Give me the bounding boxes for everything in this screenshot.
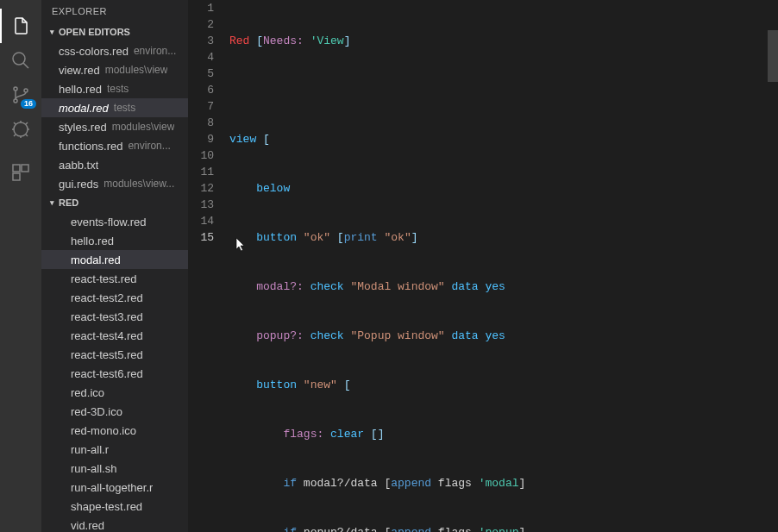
file-name: modal.red (71, 253, 121, 266)
folder-file-item[interactable]: react-test2.red (41, 288, 188, 307)
open-editor-item[interactable]: modal.redtests (41, 98, 188, 117)
sidebar-title: EXPLORER (41, 0, 188, 22)
folder-file-item[interactable]: react-test.red (41, 269, 188, 288)
line-number-gutter: 123456789101112131415 (188, 0, 229, 532)
folder-file-item[interactable]: react-test6.red (41, 364, 188, 383)
open-editor-item[interactable]: hello.redtests (41, 79, 188, 98)
file-name: functions.red (59, 140, 122, 153)
folder-file-item[interactable]: run-all.r (41, 440, 188, 459)
code-content[interactable]: Red [Needs: 'View] view [ below button "… (229, 0, 778, 532)
line-number: 12 (188, 180, 214, 197)
file-name: hello.red (71, 235, 114, 247)
section-folder[interactable]: ▾ RED (41, 193, 188, 212)
scm-badge: 16 (21, 99, 36, 109)
folder-file-item[interactable]: red.ico (41, 383, 188, 402)
code-editor[interactable]: 123456789101112131415 Red [Needs: 'View]… (188, 0, 778, 532)
extensions-icon (10, 162, 31, 183)
open-editors-list: css-colors.redenviron...view.redmodules\… (41, 41, 188, 193)
activity-search[interactable] (0, 43, 41, 78)
search-icon (10, 50, 31, 71)
folder-file-item[interactable]: red-mono.ico (41, 421, 188, 440)
folder-file-item[interactable]: react-test4.red (41, 326, 188, 345)
svg-point-4 (14, 122, 28, 136)
bug-icon (10, 119, 31, 140)
file-path: modules\view (105, 64, 168, 76)
folder-file-item[interactable]: red-3D.ico (41, 402, 188, 421)
activity-bar: 16 (0, 0, 41, 532)
folder-file-item[interactable]: react-test5.red (41, 345, 188, 364)
file-path: environ... (128, 140, 170, 152)
file-name: css-colors.red (59, 45, 129, 58)
svg-point-0 (13, 53, 25, 65)
folder-file-item[interactable]: run-all.sh (41, 459, 188, 478)
open-editor-item[interactable]: functions.redenviron... (41, 136, 188, 155)
file-name: react-test5.red (71, 348, 143, 361)
file-name: vid.red (71, 519, 104, 532)
activity-extensions[interactable] (0, 155, 41, 190)
line-number: 1 (188, 0, 214, 16)
file-name: events-flow.red (71, 216, 146, 228)
folder-file-item[interactable]: modal.red (41, 250, 188, 269)
open-editor-item[interactable]: css-colors.redenviron... (41, 41, 188, 60)
file-name: modal.red (59, 102, 109, 115)
open-editor-item[interactable]: view.redmodules\view (41, 60, 188, 79)
line-number: 8 (188, 115, 214, 131)
files-icon (10, 16, 31, 36)
svg-point-3 (24, 89, 28, 92)
folder-file-item[interactable]: shape-test.red (41, 497, 188, 516)
folder-file-list: events-flow.redhello.redmodal.redreact-t… (41, 212, 188, 532)
svg-point-1 (14, 87, 17, 91)
line-number: 9 (188, 131, 214, 147)
line-number: 3 (188, 33, 214, 49)
svg-point-2 (14, 99, 17, 103)
activity-debug[interactable] (0, 112, 41, 147)
file-name: gui.reds (59, 178, 98, 191)
line-number: 10 (188, 147, 214, 164)
file-name: styles.red (59, 121, 107, 134)
folder-file-item[interactable]: react-test3.red (41, 307, 188, 326)
activity-explorer[interactable] (0, 9, 41, 43)
folder-file-item[interactable]: hello.red (41, 231, 188, 250)
file-path: modules\view (112, 121, 175, 133)
file-path: tests (107, 83, 129, 95)
open-editor-item[interactable]: gui.redsmodules\view... (41, 174, 188, 193)
file-name: red-3D.ico (71, 405, 122, 418)
file-name: react-test6.red (71, 367, 143, 380)
line-number: 7 (188, 98, 214, 115)
section-open-editors[interactable]: ▾ OPEN EDITORS (41, 22, 188, 41)
svg-rect-5 (13, 165, 20, 172)
file-name: red.ico (71, 386, 104, 399)
line-number: 2 (188, 16, 214, 33)
file-path: tests (114, 102, 135, 114)
file-name: run-all-together.r (71, 481, 153, 494)
line-number: 11 (188, 164, 214, 180)
scrollbar-thumb[interactable] (768, 30, 778, 82)
file-name: red-mono.ico (71, 424, 136, 437)
file-name: view.red (59, 64, 100, 77)
file-path: environ... (134, 45, 176, 57)
file-name: run-all.sh (71, 462, 116, 475)
file-name: run-all.r (71, 443, 109, 456)
line-number: 15 (188, 229, 214, 246)
svg-rect-7 (13, 173, 20, 180)
folder-file-item[interactable]: events-flow.red (41, 212, 188, 231)
file-name: react-test3.red (71, 310, 143, 323)
explorer-sidebar: EXPLORER ▾ OPEN EDITORS css-colors.reden… (41, 0, 188, 532)
folder-file-item[interactable]: run-all-together.r (41, 478, 188, 497)
line-number: 14 (188, 213, 214, 229)
file-name: aabb.txt (59, 159, 98, 172)
file-name: react-test4.red (71, 329, 143, 342)
file-name: react-test2.red (71, 291, 143, 304)
line-number: 6 (188, 82, 214, 98)
section-label: OPEN EDITORS (59, 27, 130, 37)
file-name: react-test.red (71, 272, 137, 285)
svg-rect-6 (22, 165, 28, 172)
activity-source-control[interactable]: 16 (0, 78, 41, 112)
line-number: 13 (188, 197, 214, 213)
chevron-down-icon: ▾ (45, 28, 59, 36)
open-editor-item[interactable]: styles.redmodules\view (41, 117, 188, 136)
open-editor-item[interactable]: aabb.txt (41, 155, 188, 174)
file-name: shape-test.red (71, 500, 142, 513)
folder-file-item[interactable]: vid.red (41, 516, 188, 532)
line-number: 4 (188, 49, 214, 66)
